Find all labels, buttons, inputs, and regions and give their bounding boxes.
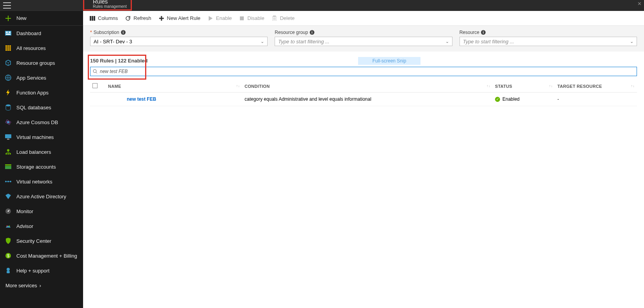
col-status[interactable]: STATUS↑↓ <box>493 80 555 93</box>
info-icon[interactable]: i <box>310 30 314 35</box>
col-target[interactable]: TARGET RESOURCE↑↓ <box>555 80 637 93</box>
svg-rect-19 <box>7 139 9 140</box>
blade-subtitle: Rules management <box>93 4 127 9</box>
rules-count: 150 Rules | 122 Enabled <box>90 52 637 67</box>
chevron-right-icon: › <box>39 283 41 288</box>
svg-rect-2 <box>9 32 11 33</box>
svg-rect-0 <box>5 31 11 36</box>
main-blade: Rules Rules management ✕ Columns Refresh… <box>83 0 644 308</box>
svg-point-21 <box>5 153 7 155</box>
grid-icon <box>5 45 12 52</box>
info-icon[interactable]: i <box>121 30 126 35</box>
subscription-filter: * Subscription i AI - SRT- Dev - 3 ⌄ <box>90 30 268 46</box>
rule-target: - <box>555 93 637 106</box>
subscription-select[interactable]: AI - SRT- Dev - 3 ⌄ <box>90 37 268 46</box>
required-star: * <box>90 30 92 35</box>
col-name[interactable]: NAME↑↓ <box>106 80 242 93</box>
svg-rect-38 <box>92 16 93 21</box>
svg-rect-6 <box>9 45 11 47</box>
svg-rect-25 <box>5 166 11 169</box>
dashboard-icon <box>5 30 12 37</box>
blade-title-box: Rules Rules management <box>83 0 132 11</box>
more-services[interactable]: More services › <box>0 278 83 293</box>
cosmos-icon <box>5 119 12 126</box>
network-icon <box>5 178 12 185</box>
sidebar-item-security[interactable]: Security Center <box>0 233 83 248</box>
sidebar-item-sql[interactable]: SQL databases <box>0 100 83 115</box>
plus-icon <box>5 15 12 22</box>
sidebar-item-help[interactable]: Help + support <box>0 263 83 278</box>
rules-table: NAME↑↓ CONDITION↑↓ STATUS↑↓ TARGET RESOU… <box>90 80 637 106</box>
sidebar-item-advisor[interactable]: Advisor <box>0 219 83 233</box>
col-condition[interactable]: CONDITION↑↓ <box>242 80 493 93</box>
play-icon <box>208 15 214 21</box>
check-circle-icon: ✓ <box>495 97 500 102</box>
sidebar-item-vnets[interactable]: Virtual networks <box>0 174 83 189</box>
svg-rect-18 <box>5 134 11 138</box>
svg-rect-40 <box>240 16 244 20</box>
columns-button[interactable]: Columns <box>89 15 118 21</box>
svg-rect-39 <box>94 16 95 21</box>
sidebar-item-cost[interactable]: $ Cost Management + Billing <box>0 248 83 263</box>
filters-bar: * Subscription i AI - SRT- Dev - 3 ⌄ Res… <box>83 26 644 52</box>
svg-point-35 <box>7 268 10 271</box>
search-icon <box>93 69 98 74</box>
sort-icon: ↑↓ <box>549 84 553 88</box>
sidebar-item-lb[interactable]: Load balancers <box>0 144 83 159</box>
hamburger-menu[interactable] <box>3 2 11 9</box>
sidebar-new-label: New <box>16 15 27 21</box>
sidebar-new[interactable]: New <box>0 11 83 26</box>
plus-bold-icon <box>158 15 165 21</box>
svg-rect-8 <box>7 47 9 49</box>
globe-icon <box>5 74 12 81</box>
sort-icon: ↑↓ <box>486 84 490 88</box>
chevron-down-icon: ⌄ <box>445 39 449 44</box>
sidebar-item-dashboard[interactable]: Dashboard <box>0 26 83 41</box>
new-alert-rule-button[interactable]: New Alert Rule <box>158 15 200 21</box>
monitor-screen-icon <box>5 134 12 141</box>
load-balancer-icon <box>5 148 12 155</box>
sidebar-item-cosmos[interactable]: Azure Cosmos DB <box>0 115 83 130</box>
refresh-icon <box>125 15 131 21</box>
svg-point-20 <box>7 149 9 151</box>
svg-point-30 <box>8 211 9 212</box>
blade-title: Rules <box>93 0 127 4</box>
chevron-down-icon: ⌄ <box>630 39 633 44</box>
resource-select[interactable]: Type to start filtering ... ⌄ <box>459 37 637 46</box>
table-row[interactable]: new test FEB category equals Administrat… <box>90 93 637 106</box>
search-input[interactable] <box>100 69 634 74</box>
select-all-checkbox[interactable] <box>92 83 98 88</box>
sidebar-item-storage[interactable]: Storage accounts <box>0 159 83 174</box>
columns-icon <box>89 15 96 21</box>
svg-rect-42 <box>273 16 276 16</box>
sidebar-item-vms[interactable]: Virtual machines <box>0 130 83 144</box>
rule-name-link[interactable]: new test FEB <box>127 96 156 102</box>
gauge-icon <box>5 208 12 215</box>
sql-icon <box>5 104 12 111</box>
close-icon[interactable]: ✕ <box>637 1 642 7</box>
delete-button[interactable]: Delete <box>271 15 295 21</box>
resource-group-select[interactable]: Type to start filtering ... ⌄ <box>275 37 452 46</box>
sidebar-item-monitor[interactable]: Monitor <box>0 204 83 219</box>
shield-icon <box>5 237 12 244</box>
search-input-container[interactable] <box>90 67 637 76</box>
enable-button[interactable]: Enable <box>208 15 232 21</box>
disable-button[interactable]: Disable <box>239 15 264 21</box>
sidebar-item-aad[interactable]: Azure Active Directory <box>0 189 83 204</box>
svg-rect-10 <box>5 49 7 51</box>
sidebar-item-resource-groups[interactable]: Resource groups <box>0 55 83 70</box>
svg-point-22 <box>7 153 9 155</box>
sidebar-item-all-resources[interactable]: All resources <box>0 41 83 55</box>
refresh-button[interactable]: Refresh <box>125 15 151 21</box>
svg-rect-9 <box>9 47 11 49</box>
chevron-down-icon: ⌄ <box>261 39 264 44</box>
sidebar-item-app-services[interactable]: App Services <box>0 70 83 85</box>
toolbar: Columns Refresh New Alert Rule Enable Di… <box>83 11 644 26</box>
sort-icon: ↑↓ <box>236 84 240 88</box>
info-icon[interactable]: i <box>481 30 486 35</box>
sidebar: New Dashboard All resources Resource gro… <box>0 0 83 308</box>
svg-point-23 <box>9 153 11 155</box>
sidebar-item-function-apps[interactable]: Function Apps <box>0 85 83 100</box>
svg-point-14 <box>6 105 11 107</box>
cube-icon <box>5 59 12 66</box>
